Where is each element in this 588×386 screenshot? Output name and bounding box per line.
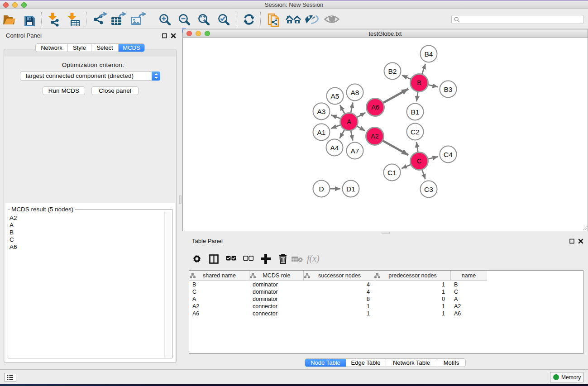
- svg-text:A7: A7: [351, 147, 359, 155]
- svg-text:C3: C3: [424, 186, 433, 193]
- svg-text:C4: C4: [444, 151, 453, 158]
- svg-text:A4: A4: [330, 144, 339, 152]
- svg-text:C2: C2: [411, 128, 420, 136]
- svg-text:A: A: [347, 118, 351, 125]
- svg-text:B4: B4: [425, 50, 433, 58]
- svg-text:A5: A5: [331, 92, 339, 100]
- svg-text:C1: C1: [387, 169, 397, 176]
- svg-text:A1: A1: [317, 129, 326, 136]
- svg-text:C: C: [417, 157, 421, 165]
- svg-text:D: D: [319, 185, 324, 193]
- svg-text:A6: A6: [371, 104, 379, 111]
- svg-text:A3: A3: [317, 108, 326, 115]
- svg-text:A2: A2: [371, 133, 379, 140]
- svg-text:B2: B2: [388, 67, 397, 75]
- svg-text:B3: B3: [444, 86, 453, 93]
- svg-text:D1: D1: [346, 185, 355, 193]
- svg-text:B1: B1: [411, 108, 420, 116]
- svg-text:B: B: [417, 79, 421, 86]
- svg-text:A8: A8: [351, 89, 359, 96]
